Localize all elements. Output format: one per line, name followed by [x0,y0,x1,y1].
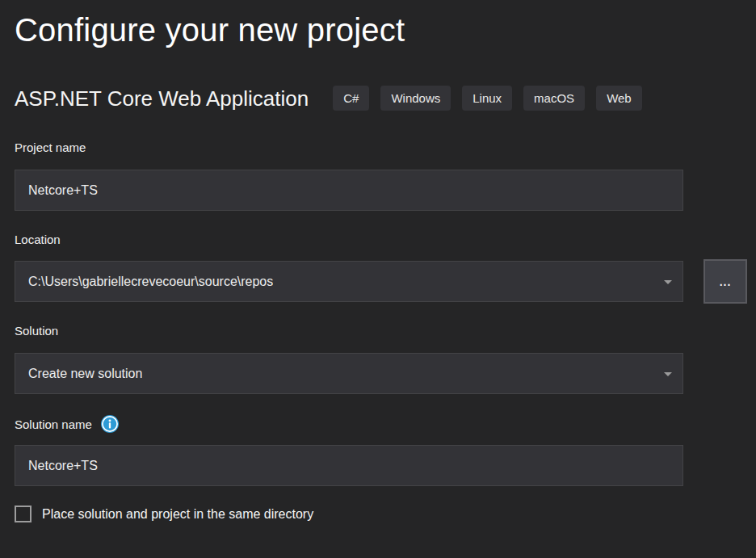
tag-windows: Windows [380,86,451,111]
solution-name-label: Solution name [15,417,92,431]
solution-name-input[interactable] [15,445,683,486]
tag-macos: macOS [523,86,585,111]
same-directory-checkbox[interactable] [15,506,32,522]
solution-dropdown[interactable]: Create new solution [15,353,683,394]
project-name-label: Project name [15,141,756,154]
solution-name-label-row: Solution name [15,415,756,433]
tag-csharp: C# [333,86,369,111]
solution-value: Create new solution [28,367,142,381]
configure-project-dialog: Configure your new project ASP.NET Core … [0,0,756,522]
location-combobox[interactable]: C:\Users\gabriellecrevecoeur\source\repo… [15,261,683,302]
same-directory-row[interactable]: Place solution and project in the same d… [15,506,756,522]
template-name: ASP.NET Core Web Application [15,86,309,111]
template-header: ASP.NET Core Web Application C# Windows … [15,86,756,111]
location-label: Location [15,233,756,246]
location-row: C:\Users\gabriellecrevecoeur\source\repo… [15,259,756,304]
chevron-down-icon[interactable] [664,372,672,376]
page-title: Configure your new project [15,10,756,50]
solution-label: Solution [15,324,756,338]
tag-web: Web [596,86,642,111]
same-directory-label[interactable]: Place solution and project in the same d… [42,507,313,522]
info-icon[interactable] [101,415,119,433]
location-value: C:\Users\gabriellecrevecoeur\source\repo… [28,275,273,289]
browse-button[interactable]: ... [704,259,747,304]
tag-linux: Linux [462,86,512,111]
project-name-input[interactable] [15,170,683,211]
chevron-down-icon[interactable] [664,280,672,284]
